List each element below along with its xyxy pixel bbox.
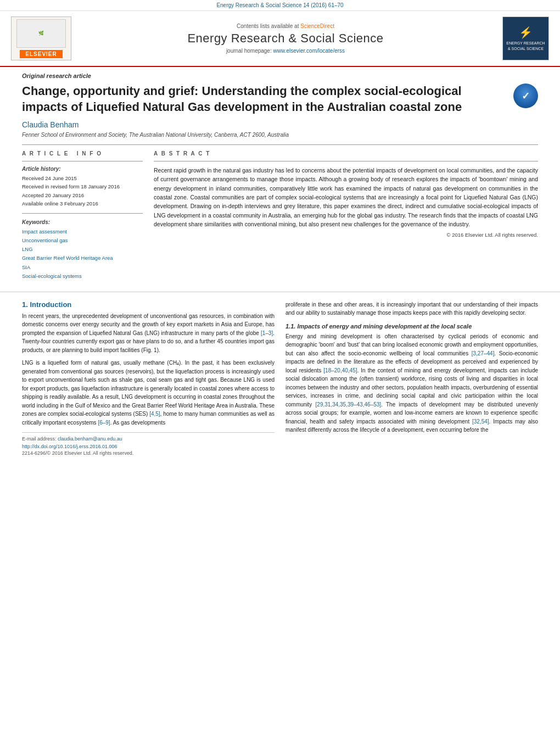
body-right-column: proliferate in these and other areas, it… [285, 300, 538, 456]
ref-6-9: [6–9] [98, 420, 110, 426]
body-left-column: 1. Introduction In recent years, the unp… [22, 300, 275, 456]
article-body: 1. Introduction In recent years, the unp… [0, 292, 560, 467]
article-title-section: Change, opportunity and grief: Understan… [22, 83, 538, 115]
intro-number: 1. [22, 300, 28, 309]
ref-32-54: [32,54] [472, 419, 489, 425]
keyword-1: Impact assessment [22, 227, 143, 236]
sciencedirect-link[interactable]: ScienceDirect [300, 23, 334, 29]
keywords-section: Keywords: Impact assessment Unconvention… [22, 219, 143, 281]
subsection-text: Energy and mining development is often c… [285, 332, 538, 434]
right-continued-text: proliferate in these and other areas, it… [285, 300, 538, 317]
article-info-label: A R T I C L E I N F O [22, 150, 143, 157]
journal-citation: Energy Research & Social Science 14 (201… [0, 0, 560, 11]
article-header-section: Original research article Change, opport… [0, 67, 560, 292]
email-label: E-mail address: [22, 436, 57, 442]
journal-title-section: Contents lists available at ScienceDirec… [77, 23, 494, 54]
article-info-abstract-section: A R T I C L E I N F O Article history: R… [22, 150, 538, 281]
journal-logo-right: ⚡ ENERGY RESEARCH & SOCIAL SCIENCE [494, 16, 549, 60]
received-date: Received 24 June 2015 [22, 174, 143, 182]
intro-section-number: 1. Introduction [22, 300, 275, 309]
logo-right-text: ENERGY RESEARCH & SOCIAL SCIENCE [505, 41, 546, 51]
publisher-logo-left: 🌿 ELSEVIER [11, 16, 77, 60]
elsevier-wordmark: ELSEVIER [20, 50, 62, 58]
keyword-2: Unconventional gas [22, 236, 143, 245]
ref-4-5: [4,5] [149, 411, 160, 417]
abstract-column: A B S T R A C T Recent rapid growth in t… [154, 150, 538, 281]
decorative-tree-image: 🌿 [38, 31, 44, 36]
keywords-label: Keywords: [22, 219, 143, 225]
author-name: Claudia Benham [22, 120, 538, 129]
subsection-number: 1.1. [285, 323, 295, 330]
footnote-section: E-mail address: claudia.benham@anu.edu.a… [22, 432, 275, 456]
keyword-3: LNG [22, 245, 143, 254]
article-info-column: A R T I C L E I N F O Article history: R… [22, 150, 143, 281]
keyword-4: Great Barrier Reef World Heritage Area [22, 254, 143, 263]
journal-header: 🌿 ELSEVIER Contents lists available at S… [0, 11, 560, 67]
issn-copyright: 2214-6296/© 2016 Elsevier Ltd. All right… [22, 450, 275, 456]
keywords-divider [22, 213, 143, 214]
contents-available-text: Contents lists available at ScienceDirec… [77, 23, 494, 29]
received-revised-date: Received in revised form 18 January 2016 [22, 182, 143, 191]
intro-paragraph-2: LNG is a liquefied form of natural gas, … [22, 359, 275, 427]
ref-18-20-40-45: [18–20,40,45] [323, 367, 357, 373]
section-divider [22, 144, 538, 145]
journal-citation-text: Energy Research & Social Science 14 (201… [216, 2, 343, 8]
article-title: Change, opportunity and grief: Understan… [22, 83, 505, 115]
subsection-title: Impacts of energy and mining development… [297, 323, 472, 330]
homepage-link[interactable]: www.elsevier.com/locate/erss [273, 48, 345, 54]
lightning-icon: ⚡ [519, 26, 533, 39]
crossmark-badge[interactable]: ✓ [513, 83, 538, 108]
abstract-copyright: © 2016 Elsevier Ltd. All rights reserved… [154, 232, 538, 238]
article-info-divider [22, 161, 143, 161]
ref-29-53: [29,31,34,35,39–43,46–53] [316, 401, 382, 408]
article-history: Article history: Received 24 June 2015 R… [22, 166, 143, 208]
email-footnote: E-mail address: claudia.benham@anu.edu.a… [22, 436, 275, 442]
subsection-1-1: 1.1. Impacts of energy and mining develo… [285, 323, 538, 330]
contents-available-label: Contents lists available at [237, 23, 300, 29]
accepted-date: Accepted 20 January 2016 [22, 191, 143, 199]
article-type: Original research article [22, 72, 538, 79]
elsevier-logo-image: 🌿 ELSEVIER [11, 16, 71, 60]
ref-3-27-44: [3,27–44] [472, 350, 495, 356]
intro-title: Introduction [30, 300, 71, 309]
ref-1-3: [1–3] [261, 330, 273, 336]
keyword-6: Social-ecological systems [22, 272, 143, 281]
intro-paragraph-1: In recent years, the unprecedented devel… [22, 312, 275, 355]
author-email[interactable]: claudia.benham@anu.edu.au [58, 436, 122, 442]
article-history-label: Article history: [22, 166, 143, 172]
abstract-divider [154, 161, 538, 161]
journal-homepage: journal homepage: www.elsevier.com/locat… [77, 48, 494, 54]
abstract-label: A B S T R A C T [154, 150, 538, 157]
doi-link[interactable]: http://dx.doi.org/10.1016/j.erss.2016.01… [22, 444, 275, 449]
available-online-date: Available online 3 February 2016 [22, 199, 143, 208]
keyword-5: SIA [22, 263, 143, 272]
journal-title: Energy Research & Social Science [77, 31, 494, 46]
abstract-text: Recent rapid growth in the natural gas i… [154, 166, 538, 228]
author-affiliation: Fenner School of Environment and Society… [22, 132, 538, 138]
journal-brand-logo: ⚡ ENERGY RESEARCH & SOCIAL SCIENCE [502, 16, 549, 60]
homepage-label: journal homepage: [226, 48, 273, 54]
